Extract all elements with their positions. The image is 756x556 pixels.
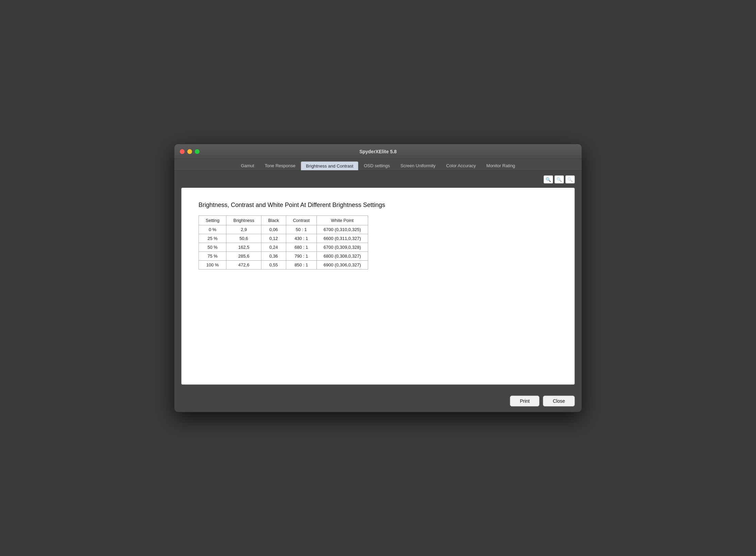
- table-row: 25 %50,60,12430 : 16600 (0,311,0,327): [199, 234, 368, 243]
- zoom-in-button[interactable]: 🔍: [544, 175, 553, 184]
- cell-r1-c1: 50,6: [226, 234, 261, 243]
- cell-r0-c1: 2,9: [226, 225, 261, 234]
- cell-r1-c0: 25 %: [199, 234, 226, 243]
- zoom-out-button[interactable]: 🔍: [554, 175, 564, 184]
- window-controls: [180, 149, 200, 154]
- cell-r2-c1: 162,5: [226, 243, 261, 252]
- zoom-reset-button[interactable]: 🔍: [565, 175, 575, 184]
- zoom-in-icon: 🔍: [546, 177, 551, 182]
- cell-r4-c3: 850 : 1: [286, 261, 316, 270]
- tabs-bar: Gamut Tone Response Brightness and Contr…: [174, 159, 582, 171]
- cell-r2-c0: 50 %: [199, 243, 226, 252]
- cell-r1-c4: 6600 (0,311,0,327): [316, 234, 368, 243]
- col-header-black: Black: [261, 216, 286, 225]
- cell-r0-c0: 0 %: [199, 225, 226, 234]
- report-content: Brightness, Contrast and White Point At …: [181, 188, 575, 385]
- print-button[interactable]: Print: [510, 396, 539, 406]
- cell-r2-c4: 6700 (0,309,0,328): [316, 243, 368, 252]
- tab-tone-response[interactable]: Tone Response: [260, 161, 300, 170]
- main-content: 🔍 🔍 🔍 Brightness, Contrast and White Poi…: [174, 171, 582, 392]
- tab-brightness-contrast[interactable]: Brightness and Contrast: [301, 161, 358, 170]
- cell-r1-c3: 430 : 1: [286, 234, 316, 243]
- cell-r3-c4: 6800 (0,308,0,327): [316, 252, 368, 261]
- close-button[interactable]: Close: [543, 396, 575, 406]
- tab-color-accuracy[interactable]: Color Accuracy: [441, 161, 481, 170]
- cell-r2-c2: 0,24: [261, 243, 286, 252]
- cell-r4-c4: 6900 (0,306,0,327): [316, 261, 368, 270]
- window-title: SpyderXElite 5.8: [359, 149, 397, 154]
- cell-r3-c2: 0,36: [261, 252, 286, 261]
- zoom-reset-icon: 🔍: [567, 177, 573, 182]
- col-header-brightness: Brightness: [226, 216, 261, 225]
- maximize-button[interactable]: [195, 149, 200, 154]
- cell-r3-c1: 285,6: [226, 252, 261, 261]
- cell-r4-c0: 100 %: [199, 261, 226, 270]
- table-row: 100 %472,60,55850 : 16900 (0,306,0,327): [199, 261, 368, 270]
- col-header-contrast: Contrast: [286, 216, 316, 225]
- col-header-setting: Setting: [199, 216, 226, 225]
- cell-r3-c0: 75 %: [199, 252, 226, 261]
- col-header-whitepoint: White Point: [316, 216, 368, 225]
- bottom-bar: Print Close: [174, 392, 582, 412]
- table-row: 0 %2,90,0650 : 16700 (0,310,0,325): [199, 225, 368, 234]
- cell-r1-c2: 0,12: [261, 234, 286, 243]
- title-bar: SpyderXElite 5.8: [174, 144, 582, 159]
- close-window-button[interactable]: [180, 149, 185, 154]
- brightness-table: Setting Brightness Black Contrast White …: [199, 215, 368, 270]
- tab-monitor-rating[interactable]: Monitor Rating: [481, 161, 520, 170]
- cell-r0-c4: 6700 (0,310,0,325): [316, 225, 368, 234]
- zoom-out-icon: 🔍: [556, 177, 562, 182]
- tab-screen-uniformity[interactable]: Screen Uniformity: [395, 161, 441, 170]
- report-title: Brightness, Contrast and White Point At …: [199, 202, 557, 209]
- cell-r4-c2: 0,55: [261, 261, 286, 270]
- cell-r3-c3: 790 : 1: [286, 252, 316, 261]
- main-window: SpyderXElite 5.8 Gamut Tone Response Bri…: [174, 144, 582, 412]
- cell-r0-c2: 0,06: [261, 225, 286, 234]
- zoom-toolbar: 🔍 🔍 🔍: [181, 174, 575, 185]
- table-row: 50 %162,50,24680 : 16700 (0,309,0,328): [199, 243, 368, 252]
- cell-r0-c3: 50 : 1: [286, 225, 316, 234]
- cell-r2-c3: 680 : 1: [286, 243, 316, 252]
- minimize-button[interactable]: [187, 149, 192, 154]
- tab-gamut[interactable]: Gamut: [236, 161, 259, 170]
- cell-r4-c1: 472,6: [226, 261, 261, 270]
- tab-osd-settings[interactable]: OSD settings: [359, 161, 395, 170]
- table-row: 75 %285,60,36790 : 16800 (0,308,0,327): [199, 252, 368, 261]
